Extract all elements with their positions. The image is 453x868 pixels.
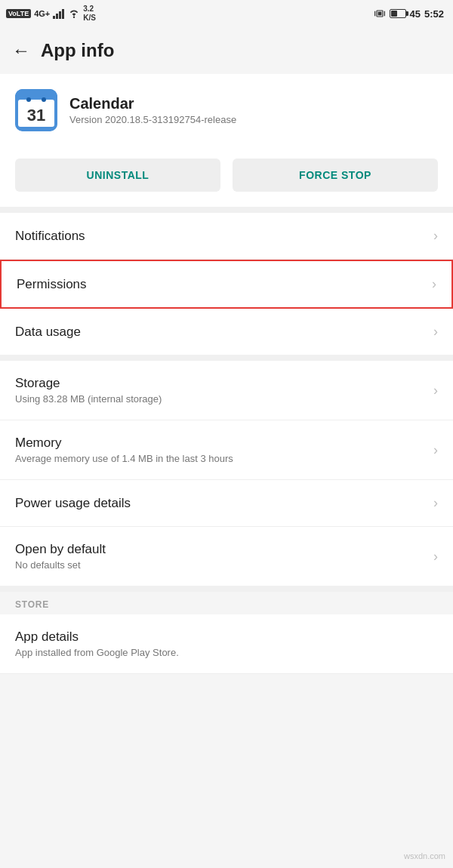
open-by-default-subtitle: No defaults set bbox=[15, 559, 427, 571]
power-usage-title: Power usage details bbox=[15, 496, 427, 511]
svg-point-4 bbox=[73, 17, 75, 18]
app-details: Calendar Version 2020.18.5-313192754-rel… bbox=[69, 95, 438, 125]
force-stop-button[interactable]: FORCE STOP bbox=[233, 159, 438, 192]
svg-point-14 bbox=[26, 97, 31, 102]
battery-indicator bbox=[390, 9, 406, 18]
app-icon: 31 bbox=[15, 89, 57, 131]
svg-rect-3 bbox=[62, 9, 64, 19]
svg-rect-0 bbox=[53, 16, 55, 19]
app-details-title: App details bbox=[15, 629, 438, 645]
svg-rect-2 bbox=[59, 11, 61, 19]
wifi-icon bbox=[68, 8, 80, 19]
store-section: App details App installed from Google Pl… bbox=[0, 614, 453, 674]
storage-content: Storage Using 83.28 MB (internal storage… bbox=[15, 376, 427, 405]
watermark: wsxdn.com bbox=[404, 851, 445, 860]
top-navigation: ← App info bbox=[0, 27, 453, 74]
open-by-default-content: Open by default No defaults set bbox=[15, 542, 427, 571]
power-usage-chevron-icon: › bbox=[433, 495, 438, 511]
svg-rect-6 bbox=[378, 12, 381, 16]
signal-bars-icon bbox=[53, 8, 65, 19]
back-button[interactable]: ← bbox=[12, 42, 30, 60]
volte-indicator: VoLTE bbox=[6, 9, 31, 18]
memory-item[interactable]: Memory Average memory use of 1.4 MB in t… bbox=[0, 420, 453, 480]
page-title: App info bbox=[41, 40, 114, 61]
store-section-header: STORE bbox=[0, 592, 453, 614]
open-by-default-item[interactable]: Open by default No defaults set › bbox=[0, 527, 453, 586]
vibrate-icon bbox=[374, 8, 386, 19]
status-bar-right: 45 5:52 bbox=[374, 8, 445, 20]
data-usage-item[interactable]: Data usage › bbox=[0, 309, 453, 355]
permissions-title: Permissions bbox=[17, 277, 426, 292]
open-by-default-title: Open by default bbox=[15, 542, 427, 557]
data-usage-title: Data usage bbox=[15, 325, 427, 340]
detail-section: Storage Using 83.28 MB (internal storage… bbox=[0, 361, 453, 586]
memory-title: Memory bbox=[15, 436, 427, 451]
calendar-app-icon: 31 bbox=[15, 89, 57, 131]
storage-chevron-icon: › bbox=[433, 383, 438, 399]
app-version: Version 2020.18.5-313192754-release bbox=[69, 114, 438, 125]
svg-rect-1 bbox=[56, 14, 58, 19]
storage-title: Storage bbox=[15, 376, 427, 391]
action-buttons-container: UNINSTALL FORCE STOP bbox=[0, 146, 453, 207]
permissions-item[interactable]: Permissions › bbox=[0, 260, 453, 309]
clock: 5:52 bbox=[424, 8, 444, 20]
app-name: Calendar bbox=[69, 95, 438, 112]
power-usage-item[interactable]: Power usage details › bbox=[0, 480, 453, 527]
data-usage-content: Data usage bbox=[15, 325, 427, 340]
store-section-label: STORE bbox=[15, 599, 438, 610]
notifications-item[interactable]: Notifications › bbox=[0, 213, 453, 260]
permissions-content: Permissions bbox=[17, 277, 426, 292]
battery-level: 45 bbox=[410, 8, 421, 20]
svg-point-15 bbox=[42, 97, 46, 102]
storage-item[interactable]: Storage Using 83.28 MB (internal storage… bbox=[0, 361, 453, 420]
uninstall-button[interactable]: UNINSTALL bbox=[15, 159, 220, 192]
app-details-item[interactable]: App details App installed from Google Pl… bbox=[0, 614, 453, 674]
status-bar: VoLTE 4G+ 3.2 K/S 45 bbox=[0, 0, 453, 27]
memory-chevron-icon: › bbox=[433, 442, 438, 458]
memory-content: Memory Average memory use of 1.4 MB in t… bbox=[15, 436, 427, 464]
status-bar-left: VoLTE 4G+ 3.2 K/S bbox=[6, 5, 96, 23]
storage-subtitle: Using 83.28 MB (internal storage) bbox=[15, 393, 427, 405]
main-menu-section: Notifications › Permissions › Data usage… bbox=[0, 213, 453, 355]
permissions-chevron-icon: › bbox=[432, 276, 436, 292]
notifications-content: Notifications bbox=[15, 229, 427, 244]
power-usage-content: Power usage details bbox=[15, 496, 427, 511]
speed-indicator: 3.2 K/S bbox=[83, 5, 96, 23]
memory-subtitle: Average memory use of 1.4 MB in the last… bbox=[15, 453, 427, 464]
notifications-chevron-icon: › bbox=[433, 228, 438, 244]
app-info-card: 31 Calendar Version 2020.18.5-313192754-… bbox=[0, 74, 453, 146]
section-divider-1 bbox=[0, 207, 453, 213]
app-details-subtitle: App installed from Google Play Store. bbox=[15, 647, 438, 658]
signal-strength: 4G+ bbox=[34, 9, 50, 18]
notifications-title: Notifications bbox=[15, 229, 427, 244]
section-divider-2 bbox=[0, 355, 453, 361]
section-divider-3 bbox=[0, 586, 453, 592]
open-by-default-chevron-icon: › bbox=[433, 549, 438, 565]
svg-text:31: 31 bbox=[27, 106, 45, 125]
data-usage-chevron-icon: › bbox=[433, 324, 438, 340]
